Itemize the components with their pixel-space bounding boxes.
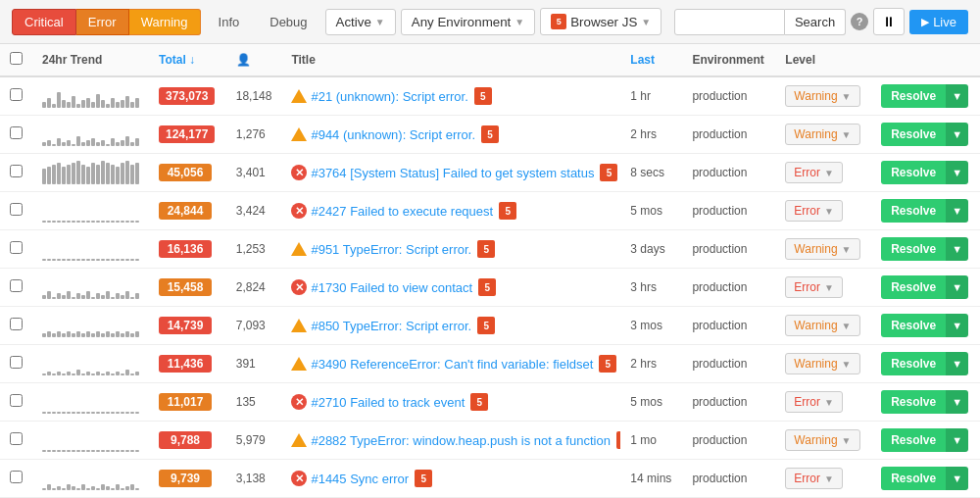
level-caret-icon: ▼: [824, 473, 834, 484]
level-dropdown[interactable]: Warning ▼: [785, 315, 859, 336]
live-button[interactable]: ▶ Live: [909, 10, 968, 34]
select-all-checkbox[interactable]: [10, 52, 23, 65]
resolve-caret-button[interactable]: ▼: [946, 237, 968, 261]
help-icon[interactable]: ?: [851, 13, 868, 30]
issue-link[interactable]: #850 TypeError: Script error.: [311, 319, 471, 333]
level-dropdown[interactable]: Error ▼: [785, 391, 843, 413]
level-dropdown[interactable]: Error ▼: [785, 162, 843, 183]
title-cell: #21 (unknown): Script error.5: [281, 76, 620, 116]
platform-dropdown[interactable]: 5 Browser JS ▼: [540, 8, 662, 35]
error-icon: ✕: [291, 165, 307, 180]
resolve-button[interactable]: Resolve: [881, 123, 946, 146]
count-cell: 3,424: [226, 192, 282, 230]
level-dropdown[interactable]: Warning ▼: [785, 124, 859, 145]
resolve-button[interactable]: Resolve: [881, 467, 946, 490]
row-checkbox-2[interactable]: [10, 165, 23, 177]
count-cell: 7,093: [226, 307, 282, 345]
resolve-button[interactable]: Resolve: [881, 199, 946, 223]
resolve-caret-button[interactable]: ▼: [946, 199, 968, 223]
level-dropdown[interactable]: Error ▼: [785, 200, 843, 222]
resolve-caret-button[interactable]: ▼: [946, 467, 968, 490]
resolve-caret-button[interactable]: ▼: [946, 390, 968, 414]
pause-button[interactable]: ⏸: [873, 8, 905, 35]
row-checkbox-10[interactable]: [10, 471, 23, 483]
level-caret-icon: ▼: [842, 321, 852, 331]
total-badge: 9,788: [159, 431, 212, 449]
resolve-button[interactable]: Resolve: [881, 275, 946, 299]
error-icon: ✕: [291, 203, 307, 219]
issue-link[interactable]: #2882 TypeError: window.heap.push is not…: [311, 433, 610, 448]
table-row: 11,017135✕#2710 Failed to track event55 …: [0, 383, 980, 422]
row-checkbox-0[interactable]: [10, 88, 23, 101]
warning-button[interactable]: Warning: [129, 9, 201, 35]
last-cell: 1 mo: [620, 422, 682, 460]
info-button[interactable]: Info: [206, 9, 253, 35]
resolve-button[interactable]: Resolve: [881, 161, 946, 184]
row-checkbox-1[interactable]: [10, 126, 23, 139]
search-input[interactable]: [674, 9, 785, 35]
resolve-caret-button[interactable]: ▼: [946, 352, 968, 375]
active-dropdown[interactable]: Active ▼: [325, 9, 396, 35]
resolve-button[interactable]: Resolve: [881, 84, 946, 108]
critical-button[interactable]: Critical: [12, 9, 76, 35]
environment-dropdown[interactable]: Any Environment ▼: [401, 9, 535, 35]
resolve-caret-button[interactable]: ▼: [946, 161, 968, 184]
platform-caret-icon: ▼: [641, 17, 651, 27]
total-badge: 11,017: [159, 393, 212, 411]
row-checkbox-9[interactable]: [10, 432, 23, 445]
resolve-button[interactable]: Resolve: [881, 314, 946, 337]
trend-cell: [32, 269, 149, 307]
issue-link[interactable]: #3490 ReferenceError: Can't find variabl…: [311, 357, 593, 372]
col-checkbox: [0, 44, 32, 76]
row-checkbox-7[interactable]: [10, 356, 23, 369]
count-cell: 3,138: [226, 460, 282, 498]
level-cell: Error ▼: [775, 269, 871, 307]
total-badge: 45,056: [159, 164, 212, 181]
row-checkbox-4[interactable]: [10, 241, 23, 254]
html5-icon: 5: [477, 317, 495, 334]
total-cell: 11,017: [149, 383, 226, 422]
issue-link[interactable]: #1445 Sync error: [311, 472, 409, 486]
level-dropdown[interactable]: Error ▼: [785, 468, 843, 489]
col-level: Level: [775, 44, 871, 76]
resolve-caret-button[interactable]: ▼: [946, 428, 968, 452]
resolve-caret-button[interactable]: ▼: [946, 84, 968, 108]
issue-link[interactable]: #3764 [System Status] Failed to get syst…: [311, 166, 594, 180]
total-badge: 14,739: [159, 317, 212, 334]
resolve-caret-button[interactable]: ▼: [946, 123, 968, 146]
level-caret-icon: ▼: [842, 244, 852, 255]
last-cell: 3 mos: [620, 307, 682, 345]
search-button[interactable]: Search: [785, 9, 846, 35]
count-cell: 1,276: [226, 116, 282, 154]
title-cell: #3490 ReferenceError: Can't find variabl…: [281, 345, 620, 383]
resolve-button[interactable]: Resolve: [881, 352, 946, 375]
level-cell: Warning ▼: [775, 422, 871, 460]
html5-icon: 5: [474, 87, 492, 105]
warning-icon: [291, 319, 307, 332]
col-last: Last: [620, 44, 682, 76]
issue-link[interactable]: #1730 Failed to view contact: [311, 280, 472, 295]
issue-link[interactable]: #2710 Failed to track event: [311, 395, 465, 410]
error-button[interactable]: Error: [76, 9, 129, 35]
issue-link[interactable]: #2427 Failed to execute request: [311, 204, 493, 219]
row-checkbox-6[interactable]: [10, 318, 23, 330]
resolve-button[interactable]: Resolve: [881, 428, 946, 452]
row-checkbox-8[interactable]: [10, 394, 23, 407]
resolve-button[interactable]: Resolve: [881, 237, 946, 261]
level-dropdown[interactable]: Warning ▼: [785, 353, 859, 374]
row-checkbox-5[interactable]: [10, 279, 23, 292]
level-dropdown[interactable]: Warning ▼: [785, 429, 859, 451]
issue-link[interactable]: #21 (unknown): Script error.: [311, 89, 467, 104]
debug-button[interactable]: Debug: [257, 9, 319, 35]
issue-link[interactable]: #951 TypeError: Script error.: [311, 242, 471, 257]
level-dropdown[interactable]: Warning ▼: [785, 85, 859, 107]
resolve-caret-button[interactable]: ▼: [946, 314, 968, 337]
issue-link[interactable]: #944 (unknown): Script error.: [311, 127, 475, 142]
level-dropdown[interactable]: Error ▼: [785, 276, 843, 298]
resolve-caret-button[interactable]: ▼: [946, 275, 968, 299]
level-cell: Error ▼: [775, 192, 871, 230]
row-checkbox-3[interactable]: [10, 203, 23, 216]
resolve-button[interactable]: Resolve: [881, 390, 946, 414]
level-dropdown[interactable]: Warning ▼: [785, 238, 859, 260]
col-total[interactable]: Total ↓: [149, 44, 226, 76]
